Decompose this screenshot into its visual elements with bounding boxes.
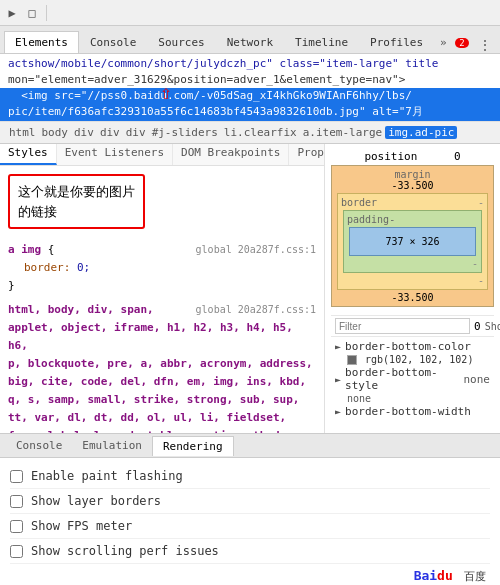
source-text-2: mon="element=adver_31629&position=adver_… [8,73,405,86]
prop-arrow-2: ► [335,374,341,385]
tab-network[interactable]: Network [216,31,284,53]
breadcrumb-div2[interactable]: div [97,126,123,139]
bottom-tab-console[interactable]: Console [6,436,72,455]
prop-val-2: none [464,373,491,386]
fps-meter-label: Show FPS meter [31,519,132,533]
prop-color-value: rgb(102, 102, 102) [335,354,490,365]
border-box: border - padding- 737 × 326 - - [337,193,488,290]
source-text-3: <img src="//pss0.baidu.com/-v05dSag_xI4k… [8,89,412,102]
source-line-2: mon="element=adver_31629&position=adver_… [0,72,500,88]
styles-panel: Styles Event Listeners DOM Breakpoints P… [0,144,325,433]
css-selector-2c: p, blockquote, pre, a, abbr, acronym, ad… [8,355,316,373]
breadcrumb-jsliders[interactable]: #j-sliders [149,126,221,139]
css-source-2[interactable]: global 20a287f.css:1 [196,301,316,319]
prop-style-none: none [335,393,490,404]
computed-prop-1[interactable]: ► border-bottom-color [335,339,490,354]
css-rule-1-header: a img global 20a287f.css:1 { [8,241,316,259]
inspect-icon[interactable]: □ [24,5,40,21]
breadcrumb-a[interactable]: a.item-large [300,126,385,139]
css-rules-view: a img global 20a287f.css:1 { border: 0; … [0,237,324,433]
css-selector-2e: q, s, samp, small, strike, strong, sub, … [8,391,316,409]
tab-console[interactable]: Console [79,31,147,53]
fps-meter-checkbox[interactable] [10,520,23,533]
breadcrumb-li[interactable]: li.clearfix [221,126,300,139]
padding-box: padding- 737 × 326 - [343,210,482,273]
tab-dom-breakpoints[interactable]: DOM Breakpoints [173,144,289,165]
scroll-perf-checkbox[interactable] [10,545,23,558]
source-line-3: <img src="//pss0.baidu.com/-v05dSag_xI4k… [0,88,500,104]
breadcrumb-div3[interactable]: div [123,126,149,139]
bottom-tabs-bar: Console Emulation Rendering [0,434,500,458]
more-tabs-icon: » [440,36,447,49]
render-item-layer[interactable]: Show layer borders [10,489,490,514]
tab-properties[interactable]: Properties [289,144,325,165]
tab-event-listeners[interactable]: Event Listeners [57,144,173,165]
css-selector-2f: tt, var, dl, dt, dd, ol, ul, li, fieldse… [8,409,316,427]
computed-prop-2[interactable]: ► border-bottom-style none [335,365,490,393]
content-box: 737 × 326 [349,227,476,256]
paint-flashing-checkbox[interactable] [10,470,23,483]
dom-breadcrumb: html body div div div #j-sliders li.clea… [0,122,500,144]
breadcrumb-html[interactable]: html [6,126,39,139]
layer-borders-checkbox[interactable] [10,495,23,508]
tab-profiles[interactable]: Profiles [359,31,434,53]
toolbar-separator [46,5,47,21]
border-label: border [341,197,377,208]
devtools-main-tabs: Elements Console Sources Network Timelin… [0,26,500,54]
css-brace-close-1: } [8,277,316,295]
css-selector-2b: applet, object, iframe, h1, h2, h3, h4, … [8,319,316,355]
margin-bottom-val: -33.500 [335,292,490,303]
baidu-logo: Bai [414,568,437,583]
more-tabs-button[interactable]: » 2 [434,32,475,53]
prop-name-3: border-bottom-width [345,405,490,418]
border-dash: - [478,197,484,208]
bottom-tab-emulation[interactable]: Emulation [72,436,152,455]
computed-properties: ► border-bottom-color rgb(102, 102, 102)… [331,337,494,421]
css-source-1[interactable]: global 20a287f.css:1 [196,241,316,259]
css-selector-2: html, body, div, span, [8,303,154,316]
tab-styles[interactable]: Styles [0,144,57,165]
html-source-view: actshow/mobile/common/short/julydczh_pc"… [0,54,500,122]
devtools-toolbar: ▶ □ [0,0,500,26]
tab-sources[interactable]: Sources [147,31,215,53]
css-prop-val-1: 0; [77,261,90,274]
panel-sub-tabs: Styles Event Listeners DOM Breakpoints P… [0,144,324,166]
filter-row: 0 Show all [331,315,494,337]
css-selector-1: a img [8,243,41,256]
devtools-menu-icon[interactable]: ⋮ [478,37,492,53]
css-rule-1: a img global 20a287f.css:1 { border: 0; … [8,241,316,295]
computed-prop-3[interactable]: ► border-bottom-width [335,404,490,419]
cursor-tool-icon[interactable]: ▶ [4,5,20,21]
filter-input[interactable] [335,318,470,334]
render-item-paint[interactable]: Enable paint flashing [10,464,490,489]
bottom-tab-rendering[interactable]: Rendering [152,436,234,456]
css-selector-2d: big, cite, code, del, dfn, em, img, ins,… [8,373,316,391]
box-model-panel: position 0 margin -33.500 border - paddi… [325,144,500,433]
color-swatch-1 [347,355,357,365]
css-rule-2-header: html, body, div, span, global 20a287f.cs… [8,301,316,319]
position-text: position [364,150,417,163]
css-brace-open-1: { [48,243,55,256]
tooltip-text: 这个就是你要的图片的链接 [8,174,145,229]
render-item-scroll[interactable]: Show scrolling perf issues [10,539,490,564]
position-value: 0 [454,150,461,163]
source-text-4: pic/item/f636afc329310a55f6c14683bf4543a… [8,105,423,118]
breadcrumb-img[interactable]: img.ad-pic [385,126,457,139]
source-text-5: 大促活动-" class="ad-pic" [8,121,165,122]
source-text-1: actshow/mobile/common/short/julydczh_pc"… [8,57,438,70]
padding-dash: - [347,258,478,269]
border-dash-2: - [341,275,484,286]
css-selector-2g: form, label, legend, table, caption, tbo… [8,427,316,433]
breadcrumb-body[interactable]: body [39,126,72,139]
baidu-logo-container: Baidu 百度 [10,568,490,584]
render-item-fps[interactable]: Show FPS meter [10,514,490,539]
show-all-button[interactable]: Show all [485,321,500,332]
tab-elements[interactable]: Elements [4,31,79,53]
prop-name-2: border-bottom-style [345,366,459,392]
main-panels-container: Styles Event Listeners DOM Breakpoints P… [0,144,500,434]
box-model-section: position 0 margin -33.500 border - paddi… [331,150,494,307]
breadcrumb-div1[interactable]: div [71,126,97,139]
padding-label: padding- [347,214,478,225]
prop-color-text: rgb(102, 102, 102) [365,354,473,365]
tab-timeline[interactable]: Timeline [284,31,359,53]
